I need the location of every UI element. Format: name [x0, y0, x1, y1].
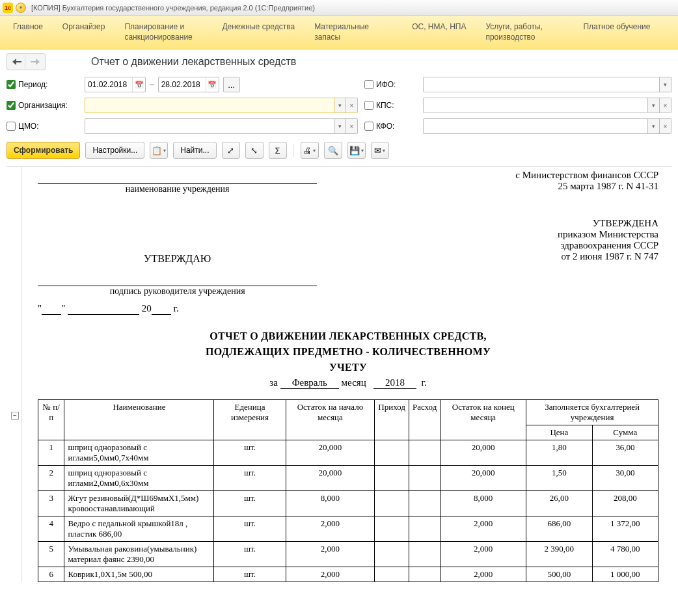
- save-button[interactable]: 💾: [347, 142, 366, 159]
- report-area: − наименование учреждения УТВЕРЖДАЮ подп…: [7, 167, 671, 582]
- tree-gutter: −: [9, 167, 22, 582]
- collapse-button[interactable]: ⤡: [245, 142, 264, 159]
- chevron-down-icon[interactable]: ▾: [334, 118, 346, 134]
- calendar-icon[interactable]: 📅: [206, 77, 219, 92]
- institution-label: наименование учреждения: [38, 184, 317, 194]
- calendar-icon[interactable]: 📅: [132, 77, 145, 92]
- table-row[interactable]: 2шприц одноразовый с иглами2,0мм0,6х30мм…: [38, 466, 658, 491]
- cell-expense: [409, 567, 440, 582]
- cell-num: 4: [38, 516, 64, 542]
- sum-button[interactable]: Σ: [269, 142, 287, 159]
- cell-price: 500,00: [526, 567, 592, 582]
- data-table: № п/п Наименование Еденица измерения Ост…: [38, 399, 658, 582]
- cell-expense: [409, 516, 440, 542]
- settings-button[interactable]: Настройки...: [85, 142, 144, 159]
- ifo-label[interactable]: ИФО:: [364, 80, 416, 89]
- kfo-combo[interactable]: ▾ ×: [423, 118, 671, 134]
- tree-toggle-button[interactable]: −: [11, 412, 19, 420]
- ifo-input[interactable]: [423, 77, 660, 92]
- toolbar: Сформировать Настройки... 📋 Найти... ⤢ ⤡…: [7, 142, 671, 159]
- cmo-label[interactable]: ЦМО:: [7, 122, 78, 131]
- email-button[interactable]: ✉: [371, 142, 389, 159]
- clear-icon[interactable]: ×: [660, 118, 671, 134]
- kfo-input[interactable]: [423, 118, 648, 134]
- org-combo[interactable]: ▾ ×: [85, 98, 358, 113]
- cell-num: 1: [38, 440, 64, 466]
- clear-icon[interactable]: ×: [346, 118, 358, 134]
- right-line-4: приказом Министерства: [348, 229, 658, 240]
- chevron-down-icon[interactable]: ▾: [334, 98, 346, 113]
- cell-expense: [409, 542, 440, 567]
- table-row[interactable]: 6Коврик1,0Х1,5м 500,00шт.2,0002,000500,0…: [38, 567, 658, 582]
- col-income: Приход: [375, 400, 409, 440]
- date-from-input[interactable]: 📅: [85, 77, 146, 92]
- cell-unit: шт.: [214, 440, 286, 466]
- menu-planning[interactable]: Планирование и санкционирование: [124, 22, 202, 42]
- chevron-down-icon[interactable]: ▾: [660, 77, 671, 92]
- period-ellipsis-button[interactable]: ...: [223, 77, 240, 92]
- menu-os[interactable]: ОС, НМА, НПА: [412, 22, 466, 42]
- cell-end: 20,000: [441, 440, 526, 466]
- approve-label: УТВЕРЖДАЮ: [38, 253, 317, 265]
- nav-back-button[interactable]: [8, 55, 25, 68]
- period-checkbox[interactable]: [7, 80, 16, 89]
- period-label[interactable]: Период:: [7, 80, 78, 89]
- kps-label[interactable]: КПС:: [364, 101, 416, 110]
- menu-materials[interactable]: Материальные запасы: [314, 22, 392, 42]
- kps-combo[interactable]: ▾ ×: [423, 98, 671, 113]
- arrow-left-icon: [12, 59, 21, 65]
- clear-icon[interactable]: ×: [660, 98, 671, 113]
- menu-main[interactable]: Главное: [13, 22, 43, 42]
- clear-icon[interactable]: ×: [346, 98, 358, 113]
- table-row[interactable]: 5Умывальная раковина(умывальник) материа…: [38, 542, 658, 567]
- cell-price: 2 390,00: [526, 542, 592, 567]
- cell-sum: 208,00: [592, 491, 658, 516]
- cell-income: [375, 466, 409, 491]
- right-line-1: с Министерством финансов СССР: [348, 170, 658, 181]
- generate-button[interactable]: Сформировать: [7, 142, 80, 159]
- preview-button[interactable]: 🔍: [324, 142, 342, 159]
- kps-input[interactable]: [423, 98, 648, 113]
- chevron-down-icon[interactable]: ▾: [648, 118, 660, 134]
- cmo-combo[interactable]: ▾ ×: [85, 118, 358, 134]
- date-from-field[interactable]: [85, 80, 132, 89]
- cell-start: 8,000: [286, 491, 375, 516]
- menu-services[interactable]: Услуги, работы, производство: [485, 22, 563, 42]
- table-row[interactable]: 4Ведро с педальной крышкой18л , пластик …: [38, 516, 658, 542]
- table-row[interactable]: 1шприц одноразовый с иглами5,0мм0,7х40мм…: [38, 440, 658, 466]
- menu-organizer[interactable]: Органайзер: [62, 22, 105, 42]
- cell-end: 8,000: [441, 491, 526, 516]
- table-row[interactable]: 3Жгут резиновый(Д*Ш69ммХ1,5мм) кровооста…: [38, 491, 658, 516]
- org-label[interactable]: Организация:: [7, 101, 78, 110]
- col-sum: Сумма: [592, 425, 658, 440]
- print-button[interactable]: 🖨: [301, 142, 319, 159]
- kfo-label[interactable]: КФО:: [364, 122, 416, 131]
- col-num: № п/п: [38, 400, 64, 440]
- chevron-down-icon[interactable]: ▾: [648, 98, 660, 113]
- ifo-checkbox[interactable]: [364, 80, 373, 89]
- kps-checkbox[interactable]: [364, 101, 373, 110]
- expand-button[interactable]: ⤢: [222, 142, 240, 159]
- menu-cash[interactable]: Денежные средства: [222, 22, 295, 42]
- cell-income: [375, 491, 409, 516]
- right-line-3: УТВЕРЖДЕНА: [348, 218, 658, 229]
- copy-button[interactable]: 📋: [150, 142, 168, 159]
- ifo-combo[interactable]: ▾: [423, 77, 671, 92]
- org-checkbox[interactable]: [7, 101, 16, 110]
- period-line: за Февраль месяц 2018 г.: [38, 377, 658, 389]
- cell-expense: [409, 440, 440, 466]
- date-to-input[interactable]: 📅: [158, 77, 219, 92]
- menu-education[interactable]: Платное обучение: [583, 22, 650, 42]
- cell-start: 2,000: [286, 516, 375, 542]
- nav-forward-button[interactable]: [27, 55, 44, 68]
- cmo-checkbox[interactable]: [7, 122, 16, 131]
- date-to-field[interactable]: [159, 80, 206, 89]
- col-start: Остаток на начало месяца: [286, 400, 375, 440]
- date-line: " " 20 г.: [38, 303, 317, 315]
- col-name: Наименование: [64, 400, 214, 440]
- dropdown-icon[interactable]: ▾: [16, 3, 26, 13]
- cmo-input[interactable]: [85, 118, 334, 134]
- find-button[interactable]: Найти...: [173, 142, 216, 159]
- kfo-checkbox[interactable]: [364, 122, 373, 131]
- org-input[interactable]: [85, 98, 334, 113]
